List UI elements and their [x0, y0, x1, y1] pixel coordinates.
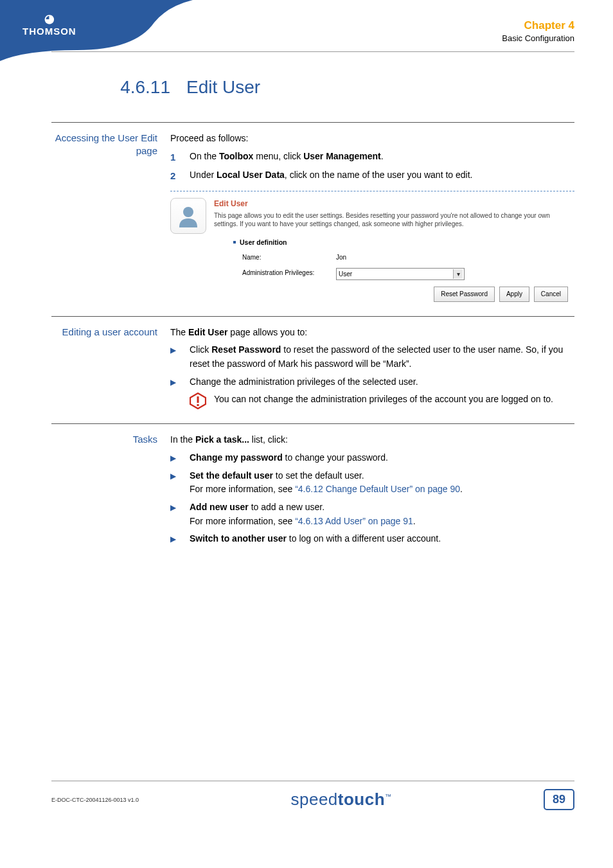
step-marker: 1 [170, 150, 190, 164]
page-number: 89 [544, 789, 574, 810]
page-footer: E-DOC-CTC-20041126-0013 v1.0 speedtouch™… [51, 781, 574, 810]
name-label: Name: [233, 252, 336, 263]
name-value: Jon [336, 252, 574, 263]
thomson-logo-mark: ◕ [22, 13, 76, 24]
step-text: On the Toolbox menu, click User Manageme… [190, 150, 574, 164]
reset-password-button[interactable]: Reset Password [434, 287, 495, 302]
user-icon [170, 198, 206, 234]
svg-rect-3 [197, 404, 199, 406]
svg-point-0 [183, 207, 193, 217]
chapter-label: Chapter 4 [502, 19, 574, 32]
bullet-icon: ▶ [170, 451, 190, 465]
block-accessing: Accessing the User Edit page Proceed as … [51, 122, 574, 316]
intro-text: The Edit User page allows you to: [170, 326, 574, 340]
panel-desc: This page allows you to edit the user se… [214, 211, 574, 228]
intro-text: In the Pick a task... list, click: [170, 433, 574, 447]
bullet-icon: ▶ [170, 500, 190, 528]
bullet-icon: ▶ [170, 469, 190, 497]
block-label: Tasks [51, 433, 170, 546]
link-change-default-user[interactable]: “4.6.12 Change Default User” on page 90 [295, 484, 460, 494]
intro-text: Proceed as follows: [170, 132, 574, 146]
edit-user-panel: Edit User This page allows you to edit t… [170, 191, 574, 301]
priv-label: Administration Privileges: [233, 268, 336, 281]
cancel-button[interactable]: Cancel [534, 287, 568, 302]
bullet-text: Switch to another user to log on with a … [190, 532, 574, 546]
link-add-user[interactable]: “4.6.13 Add User” on page 91 [295, 516, 413, 526]
thomson-logo-text: THOMSON [22, 26, 76, 37]
bullet-text: Add new user to add a new user. For more… [190, 500, 574, 528]
section-title: Edit User [186, 77, 260, 98]
svg-rect-2 [197, 396, 199, 403]
panel-section-header: User definition [233, 237, 574, 247]
header-rule [51, 51, 574, 52]
bullet-icon: ▶ [170, 343, 190, 371]
bullet-icon: ▶ [170, 532, 190, 546]
footer-brand: speedtouch™ [139, 790, 544, 810]
warning-text: You can not change the administration pr… [214, 393, 574, 409]
priv-select[interactable]: User [336, 268, 465, 281]
section-number: 4.6.11 [51, 77, 170, 98]
panel-title: Edit User [214, 198, 574, 210]
thomson-logo: ◕ THOMSON [22, 13, 76, 37]
footer-rule [51, 781, 574, 781]
bullet-text: Change my password to change your passwo… [190, 451, 574, 465]
block-label: Accessing the User Edit page [51, 132, 170, 302]
chapter-subtitle: Basic Configuration [502, 33, 574, 43]
block-editing: Editing a user account The Edit User pag… [51, 316, 574, 424]
bullet-text: Set the default user to set the default … [190, 469, 574, 497]
block-tasks: Tasks In the Pick a task... list, click:… [51, 423, 574, 560]
bullet-text: Click Reset Password to reset the passwo… [190, 343, 574, 371]
step-marker: 2 [170, 168, 190, 183]
bullet-dot-icon [233, 241, 236, 244]
bullet-icon: ▶ [170, 375, 190, 389]
doc-id: E-DOC-CTC-20041126-0013 v1.0 [51, 797, 139, 803]
block-label: Editing a user account [51, 326, 170, 410]
bullet-text: Change the administration privileges of … [190, 375, 574, 389]
header-right: Chapter 4 Basic Configuration [502, 19, 574, 43]
step-text: Under Local User Data, click on the name… [190, 168, 574, 183]
apply-button[interactable]: Apply [499, 287, 529, 302]
warning-icon [190, 393, 206, 409]
